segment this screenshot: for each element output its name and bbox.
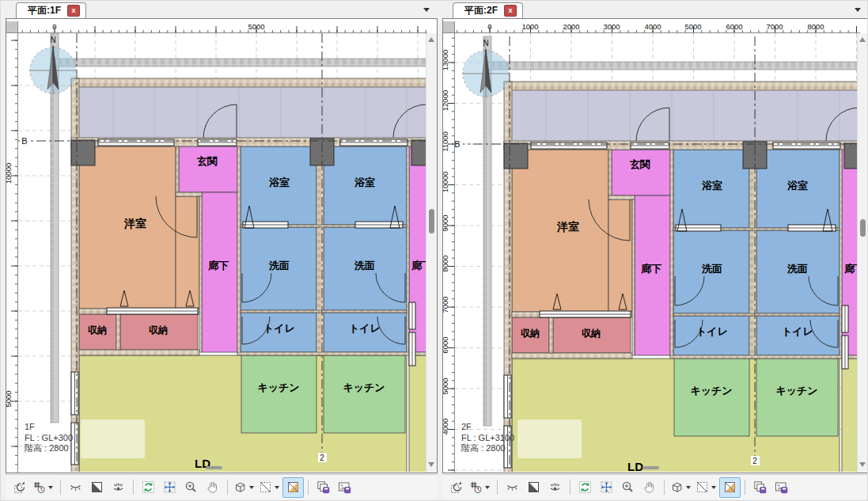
- grid-label-b: B: [455, 139, 461, 149]
- zoom-in-button[interactable]: [180, 477, 202, 498]
- tab-close-icon[interactable]: x: [504, 5, 517, 17]
- plan-display-button[interactable]: [719, 477, 741, 498]
- view-3d-button[interactable]: [232, 477, 257, 498]
- room-label-living-dining: LD: [627, 460, 643, 472]
- drawing-canvas-2f[interactable]: LD洋室玄関廊下浴室浴室洗面洗面トイレトイレ収納収納廊下キッチンキッチンB2 N…: [455, 33, 860, 473]
- zoom-fit-button[interactable]: [159, 477, 180, 498]
- dropdown-arrow-icon[interactable]: [48, 486, 53, 489]
- ruler-corner: [6, 21, 18, 33]
- room-label-western-room: 洋室: [556, 220, 579, 233]
- room-label-bath-a: 浴室: [702, 180, 722, 192]
- cube-3d-icon: [670, 480, 684, 494]
- floor-info: 1F FL : GL+300 階高 : 2800: [25, 422, 73, 454]
- tab-close-icon[interactable]: x: [67, 5, 80, 17]
- toolbar-separator: [664, 480, 665, 495]
- tab-plan-1f[interactable]: 平面:1F x: [16, 2, 86, 18]
- toolbar-separator: [745, 480, 745, 495]
- vertical-scrollbar[interactable]: [426, 33, 437, 473]
- room-entrance: [179, 146, 237, 192]
- grid-direction-button[interactable]: [468, 477, 493, 498]
- vertical-ruler: 1300012000110001000090008000700060005000…: [443, 33, 455, 473]
- view-3d-button[interactable]: [669, 477, 694, 498]
- toolbar-separator: [570, 480, 570, 495]
- dropdown-arrow-icon[interactable]: [275, 486, 279, 489]
- scroll-up-icon[interactable]: [428, 37, 434, 42]
- room-label-toilet-b: トイレ: [349, 322, 381, 334]
- save-image-button[interactable]: [334, 477, 355, 498]
- vertical-scrollbar[interactable]: [857, 33, 868, 473]
- fit-view-icon: [600, 480, 613, 494]
- selection-filter-button[interactable]: [9, 477, 31, 498]
- tab-list-dropdown-icon[interactable]: [423, 8, 430, 12]
- ruler-corner: [443, 21, 455, 33]
- room-label-wash-a: 洗面: [268, 260, 290, 271]
- hide-elements-button[interactable]: [502, 477, 523, 498]
- redraw-button[interactable]: [138, 477, 159, 498]
- save-image-button[interactable]: [771, 477, 792, 498]
- dropdown-arrow-icon[interactable]: [485, 486, 490, 489]
- svg-text:10000: 10000: [6, 163, 13, 184]
- section-display-button[interactable]: [694, 477, 719, 498]
- zoom-in-button[interactable]: [617, 477, 639, 498]
- save-view-button[interactable]: [749, 477, 771, 498]
- plan-display-button[interactable]: [282, 477, 304, 498]
- drawing-canvas-1f[interactable]: LD洋室玄関廊下浴室浴室洗面洗面トイレトイレ収納収納廊下キッチンキッチンB2 N…: [18, 33, 427, 473]
- svg-text:2000: 2000: [563, 22, 579, 31]
- scroll-down-icon[interactable]: [859, 462, 866, 467]
- room-label-closet-a: 収納: [521, 328, 540, 339]
- hide-elements-button[interactable]: [65, 477, 86, 498]
- room-label-bath-b: 浴室: [354, 176, 375, 188]
- save-view-button[interactable]: [313, 477, 334, 498]
- section-display-button[interactable]: [257, 477, 282, 498]
- room-label-toilet-a: トイレ: [696, 325, 728, 337]
- zoom-in-icon: [184, 480, 198, 494]
- scrollbar-thumb[interactable]: [860, 219, 866, 237]
- svg-text:6000: 6000: [443, 336, 449, 353]
- view-toolbar-2f: [442, 474, 868, 499]
- svg-text:N: N: [483, 39, 488, 47]
- dropdown-arrow-icon[interactable]: [711, 486, 716, 489]
- scrollbar-thumb[interactable]: [429, 209, 434, 233]
- toolbar-separator: [497, 480, 498, 495]
- contrast-icon: [527, 480, 540, 494]
- room-label-corridor: 廊下: [207, 260, 229, 271]
- pan-button[interactable]: [202, 477, 223, 498]
- room-label-corridor: 廊下: [640, 263, 661, 275]
- svg-text:4000: 4000: [443, 418, 449, 435]
- refresh-icon: [578, 480, 592, 494]
- dropdown-arrow-icon[interactable]: [249, 486, 254, 489]
- room-kitchen-a: [241, 355, 316, 433]
- svg-text:0: 0: [52, 22, 56, 31]
- tab-label: 平面:2F: [464, 4, 498, 17]
- highlight-view-button[interactable]: [544, 477, 566, 498]
- display-contrast-button[interactable]: [86, 477, 108, 498]
- eye-glare-icon: [548, 480, 562, 494]
- svg-text:0: 0: [487, 22, 491, 31]
- redraw-button[interactable]: [574, 477, 596, 498]
- hscroll-thumb[interactable]: [642, 466, 659, 469]
- scroll-up-icon[interactable]: [859, 37, 866, 42]
- zoom-fit-button[interactable]: [596, 477, 617, 498]
- tab-list-dropdown-icon[interactable]: [855, 8, 861, 12]
- dropdown-arrow-icon[interactable]: [686, 486, 691, 489]
- pan-button[interactable]: [639, 477, 660, 498]
- hscroll-thumb[interactable]: [206, 466, 222, 469]
- view-frame-2f: 010002000300040005000600070008000 130001…: [442, 18, 868, 473]
- svg-text:8000: 8000: [807, 22, 824, 31]
- toolbar-separator: [60, 480, 61, 495]
- room-kitchen-b: [324, 355, 405, 433]
- highlight-view-button[interactable]: [108, 477, 129, 498]
- column: [411, 140, 427, 165]
- room-corridor: [635, 195, 670, 355]
- selection-filter-button[interactable]: [446, 477, 468, 498]
- grid-direction-button[interactable]: [31, 477, 56, 498]
- svg-text:1000: 1000: [521, 22, 538, 31]
- svg-text:8000: 8000: [443, 255, 449, 271]
- svg-text:5000: 5000: [684, 22, 701, 31]
- cad-window: 平面:1F x 05000 100005000 LD洋室玄関廊下浴室浴室洗面洗面…: [0, 0, 868, 501]
- tab-plan-2f[interactable]: 平面:2F x: [453, 2, 523, 18]
- svg-text:7000: 7000: [443, 296, 449, 313]
- display-contrast-button[interactable]: [523, 477, 544, 498]
- scroll-down-icon[interactable]: [428, 462, 434, 467]
- view-panel-1f: 平面:1F x 05000 100005000 LD洋室玄関廊下浴室浴室洗面洗面…: [6, 1, 438, 501]
